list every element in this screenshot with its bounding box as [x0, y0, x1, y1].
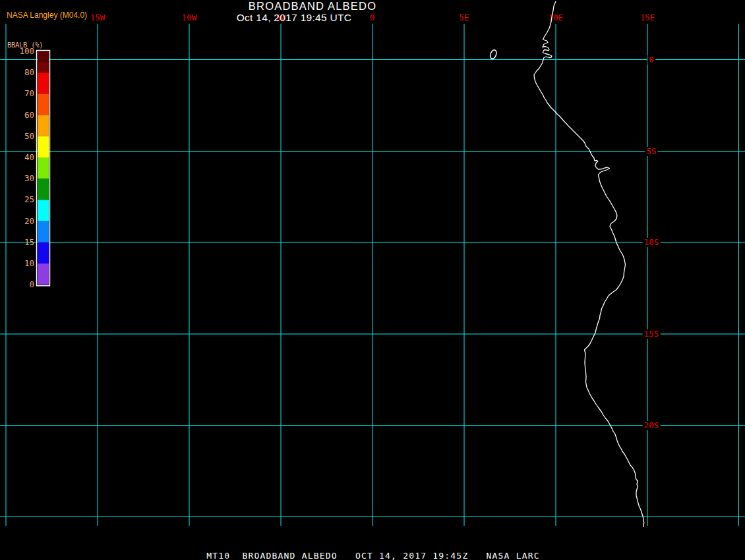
header-datetime: Oct 14, 2017 19:45 UTC	[237, 13, 352, 23]
page-title: BROADBAND ALBEDO	[249, 1, 376, 12]
footer-caption: MT10 BROADBAND ALBEDO OCT 14, 2017 19:45…	[206, 551, 540, 560]
text-layer: NASA Langley (M04.0) BROADBAND ALBEDO Oc…	[0, 0, 745, 560]
albedo-map-screen: 15W10W5W05E10E15E05S10S15S20S10080706050…	[0, 0, 745, 560]
colorbar-title: BBALB (%)	[7, 41, 43, 49]
credit-text: NASA Langley (M04.0)	[7, 11, 87, 20]
